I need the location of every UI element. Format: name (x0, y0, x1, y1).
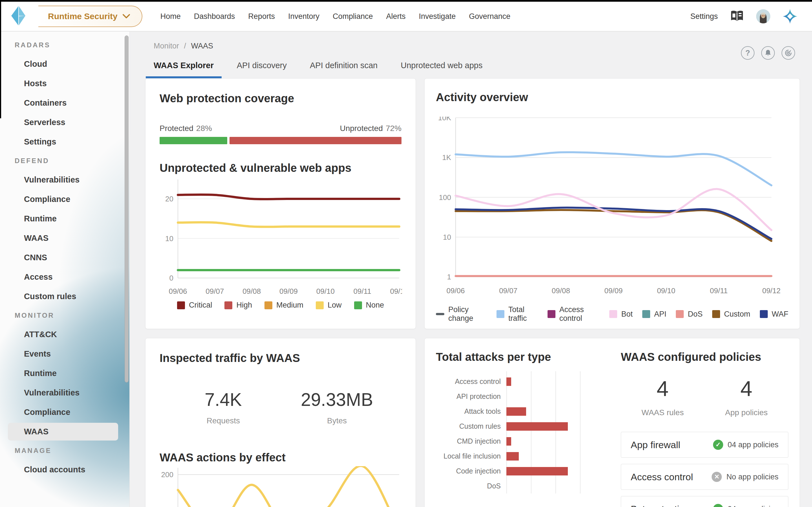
attack-row-api-protection: API protection (436, 389, 611, 404)
nav-item-reports[interactable]: Reports (248, 12, 275, 21)
policy-row-access-control[interactable]: Access control✕No app policies (621, 464, 788, 490)
legend-swatch-medium (264, 301, 272, 309)
sidebar-item-defend-vulnerabilities[interactable]: Vulnerabilities (8, 171, 118, 189)
policies-column: WAAS configured policies 4 WAAS rules 4 … (621, 351, 788, 507)
attacks-bar-chart: Access controlAPI protectionAttack tools… (436, 374, 611, 494)
svg-text:09/11: 09/11 (710, 286, 728, 295)
sidebar-item-defend-compliance[interactable]: Compliance (8, 190, 118, 208)
app-logo-icon[interactable] (10, 4, 27, 28)
nav-item-governance[interactable]: Governance (469, 12, 510, 21)
product-switcher[interactable]: Runtime Security (38, 6, 142, 27)
attack-label-code-injection: Code injection (436, 467, 506, 475)
nav-item-investigate[interactable]: Investigate (419, 12, 456, 21)
attack-label-dos: DoS (436, 482, 506, 490)
sidebar-item-monitor-att-ck[interactable]: ATT&CK (8, 326, 118, 343)
sidebar-item-defend-cnns[interactable]: CNNS (8, 249, 118, 267)
sidebar-item-radars-cloud[interactable]: Cloud (8, 55, 118, 73)
bell-icon[interactable] (761, 46, 775, 60)
series-actions (178, 466, 399, 507)
sidebar-section-radars: RADARS (0, 37, 130, 54)
svg-text:1K: 1K (442, 153, 451, 162)
svg-text:200: 200 (161, 470, 173, 479)
attack-row-access-control: Access control (436, 374, 611, 389)
bell-glyph (764, 49, 772, 57)
help-icon[interactable]: ? (741, 46, 755, 60)
attack-row-cmd-injection: CMD injection (436, 434, 611, 449)
tab-api-discovery[interactable]: API discovery (229, 61, 295, 78)
legend-swatch-critical (177, 301, 185, 309)
sidebar-item-radars-serverless[interactable]: Serverless (8, 114, 118, 131)
policy-status-text-access-control: No app policies (726, 473, 778, 482)
radar-icon[interactable] (781, 46, 795, 60)
coverage-bar-gap (227, 137, 230, 144)
nav-item-compliance[interactable]: Compliance (333, 12, 373, 21)
svg-text:09/07: 09/07 (206, 287, 224, 295)
window-frame-top (0, 0, 812, 2)
attack-label-cmd-injection: CMD injection (436, 437, 506, 445)
webapps-line-chart: 0102009/0609/0709/0809/0909/1009/1109/12 (160, 174, 402, 300)
legend-item-custom: Custom (712, 310, 750, 319)
attack-label-custom-rules: Custom rules (436, 422, 506, 431)
unprotected-bar-segment (230, 137, 402, 144)
prisma-star-icon[interactable] (783, 9, 797, 24)
sidebar-item-defend-custom-rules[interactable]: Custom rules (8, 288, 118, 305)
sidebar-scrollbar[interactable] (124, 36, 129, 383)
sidebar-item-radars-settings[interactable]: Settings (8, 133, 118, 151)
documentation-book-icon[interactable] (730, 10, 744, 22)
legend-label-medium: Medium (276, 301, 303, 309)
sidebar-item-monitor-events[interactable]: Events (8, 345, 118, 363)
attack-row-dos: DoS (436, 478, 611, 494)
sidebar-item-monitor-waas[interactable]: WAAS (8, 423, 118, 441)
tab-waas-explorer[interactable]: WAAS Explorer (146, 61, 221, 78)
sidebar-item-monitor-vulnerabilities[interactable]: Vulnerabilities (8, 384, 118, 402)
sidebar-item-radars-containers[interactable]: Containers (8, 94, 118, 112)
legend-item-waf: WAF (760, 310, 788, 319)
nav-item-alerts[interactable]: Alerts (386, 12, 406, 21)
svg-text:09/09: 09/09 (280, 287, 298, 295)
product-switcher-label: Runtime Security (48, 11, 117, 21)
policy-row-app-firewall[interactable]: App firewall✓04 app policies (621, 432, 788, 458)
card-attacks-and-policies: Total attacks per type Access controlAPI… (424, 338, 800, 507)
svg-text:100: 100 (439, 193, 451, 202)
avatar-image (756, 9, 770, 23)
legend-item-access-control: Access control (548, 305, 600, 323)
legend-label-api: API (654, 310, 666, 319)
user-avatar[interactable] (756, 9, 770, 23)
legend-item-total-traffic: Total traffic (497, 305, 538, 323)
policy-status-text-app-firewall: 04 app policies (728, 441, 778, 449)
attacks-title: Total attacks per type (436, 351, 611, 363)
breadcrumb-parent[interactable]: Monitor (154, 42, 179, 50)
settings-link[interactable]: Settings (690, 12, 718, 21)
policy-row-bot-protection[interactable]: Bot protection✓04 app policies (621, 496, 788, 507)
radar-glyph (784, 49, 792, 57)
sidebar-section-manage: MANAGE (0, 442, 130, 459)
legend-item-api: API (642, 310, 666, 319)
nav-item-inventory[interactable]: Inventory (288, 12, 319, 21)
svg-text:09/09: 09/09 (604, 286, 622, 295)
nav-item-home[interactable]: Home (160, 12, 181, 21)
attack-track-custom-rules (506, 422, 611, 431)
sidebar-item-radars-hosts[interactable]: Hosts (8, 75, 118, 93)
stat-requests: 7.4K Requests (188, 389, 259, 425)
nav-item-dashboards[interactable]: Dashboards (194, 12, 235, 21)
sidebar-item-defend-waas[interactable]: WAAS (8, 229, 118, 247)
sidebar-item-monitor-compliance[interactable]: Compliance (8, 403, 118, 421)
sidebar-item-monitor-runtime[interactable]: Runtime (8, 364, 118, 382)
tab-api-definition-scan[interactable]: API definition scan (302, 61, 386, 78)
sidebar-section-defend: DEFEND (0, 152, 130, 169)
legend-swatch-total-traffic (497, 310, 504, 318)
tab-unprotected-web-apps[interactable]: Unprotected web apps (393, 61, 490, 78)
svg-text:09/12: 09/12 (762, 286, 780, 295)
svg-text:09/08: 09/08 (552, 286, 570, 295)
sidebar-item-defend-access[interactable]: Access (8, 268, 118, 286)
protected-bar-segment (160, 137, 227, 144)
main-nav-items: HomeDashboardsReportsInventoryCompliance… (160, 12, 511, 21)
sidebar-item-manage-cloud-accounts[interactable]: Cloud accounts (8, 461, 118, 478)
card-activity-overview: Activity overview 10K1K10010109/0609/070… (424, 78, 800, 329)
attack-row-local-file-inclusion: Local file inclusion (436, 449, 611, 464)
attack-label-api-protection: API protection (436, 392, 506, 400)
unprotected-label: Unprotected72% (340, 124, 402, 133)
sidebar-item-defend-runtime[interactable]: Runtime (8, 210, 118, 228)
legend-swatch-bot (609, 310, 617, 318)
attack-row-attack-tools: Attack tools (436, 404, 611, 419)
